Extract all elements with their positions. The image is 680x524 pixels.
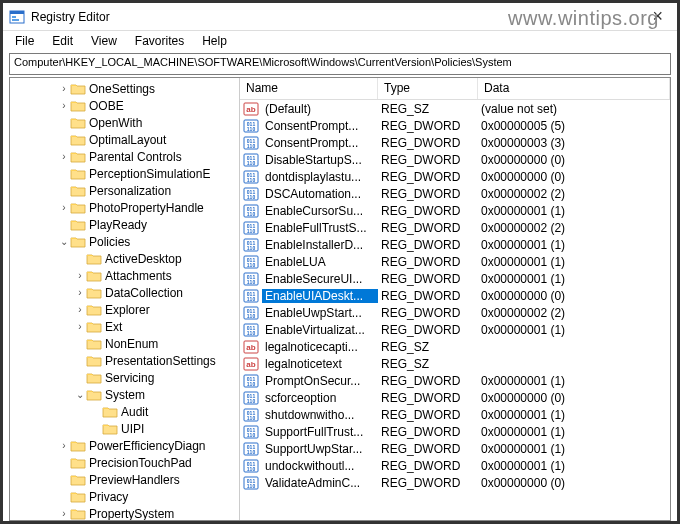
value-row[interactable]: ConsentPrompt...REG_DWORD0x00000003 (3) xyxy=(240,134,670,151)
tree-item[interactable]: NonEnum xyxy=(10,335,239,352)
close-button[interactable]: × xyxy=(644,6,671,27)
tree-item[interactable]: Audit xyxy=(10,403,239,420)
value-data: 0x00000003 (3) xyxy=(478,136,670,150)
tree-item[interactable]: ›OOBE xyxy=(10,97,239,114)
column-name[interactable]: Name xyxy=(240,78,378,99)
chevron-right-icon[interactable]: › xyxy=(58,100,70,111)
value-row[interactable]: EnableCursorSu...REG_DWORD0x00000001 (1) xyxy=(240,202,670,219)
value-row[interactable]: EnableVirtualizat...REG_DWORD0x00000001 … xyxy=(240,321,670,338)
tree-item[interactable]: PerceptionSimulationE xyxy=(10,165,239,182)
tree-item[interactable]: ⌄System xyxy=(10,386,239,403)
tree-item[interactable]: ›PowerEfficiencyDiagn xyxy=(10,437,239,454)
tree-item[interactable]: PlayReady xyxy=(10,216,239,233)
value-row[interactable]: DSCAutomation...REG_DWORD0x00000002 (2) xyxy=(240,185,670,202)
value-row[interactable]: EnableLUAREG_DWORD0x00000001 (1) xyxy=(240,253,670,270)
tree-item-label: PhotoPropertyHandle xyxy=(89,201,204,215)
tree-item[interactable]: Privacy xyxy=(10,488,239,505)
menu-view[interactable]: View xyxy=(83,32,125,50)
folder-icon xyxy=(70,82,86,96)
dword-value-icon xyxy=(243,204,259,218)
menu-favorites[interactable]: Favorites xyxy=(127,32,192,50)
value-row[interactable]: legalnoticetextREG_SZ xyxy=(240,355,670,372)
chevron-right-icon[interactable]: › xyxy=(58,83,70,94)
tree-item[interactable]: UIPI xyxy=(10,420,239,437)
value-data: 0x00000000 (0) xyxy=(478,289,670,303)
dword-value-icon xyxy=(243,476,259,490)
folder-icon xyxy=(70,201,86,215)
chevron-right-icon[interactable]: › xyxy=(74,287,86,298)
tree-item[interactable]: ›OneSettings xyxy=(10,80,239,97)
tree-item[interactable]: ›Explorer xyxy=(10,301,239,318)
value-row[interactable]: EnableSecureUI...REG_DWORD0x00000001 (1) xyxy=(240,270,670,287)
chevron-down-icon[interactable]: ⌄ xyxy=(74,389,86,400)
chevron-right-icon[interactable]: › xyxy=(58,151,70,162)
column-data[interactable]: Data xyxy=(478,78,670,99)
value-list[interactable]: Name Type Data (Default)REG_SZ(value not… xyxy=(240,78,670,520)
tree-item[interactable]: PrecisionTouchPad xyxy=(10,454,239,471)
value-row[interactable]: EnableUIADeskt...REG_DWORD0x00000000 (0) xyxy=(240,287,670,304)
value-row[interactable]: ValidateAdminC...REG_DWORD0x00000000 (0) xyxy=(240,474,670,491)
value-name: EnableSecureUI... xyxy=(262,272,378,286)
chevron-right-icon[interactable]: › xyxy=(74,304,86,315)
tree-item[interactable]: ActiveDesktop xyxy=(10,250,239,267)
value-row[interactable]: PromptOnSecur...REG_DWORD0x00000001 (1) xyxy=(240,372,670,389)
tree-item[interactable]: ›Ext xyxy=(10,318,239,335)
tree-item[interactable]: ›Parental Controls xyxy=(10,148,239,165)
value-row[interactable]: (Default)REG_SZ(value not set) xyxy=(240,100,670,117)
value-row[interactable]: scforceoptionREG_DWORD0x00000000 (0) xyxy=(240,389,670,406)
value-row[interactable]: legalnoticecapti...REG_SZ xyxy=(240,338,670,355)
column-type[interactable]: Type xyxy=(378,78,478,99)
tree-item[interactable]: PreviewHandlers xyxy=(10,471,239,488)
address-bar[interactable]: Computer\HKEY_LOCAL_MACHINE\SOFTWARE\Mic… xyxy=(9,53,671,75)
chevron-right-icon[interactable]: › xyxy=(58,202,70,213)
menu-bar: File Edit View Favorites Help xyxy=(3,31,677,51)
chevron-right-icon[interactable]: › xyxy=(74,270,86,281)
value-row[interactable]: EnableUwpStart...REG_DWORD0x00000002 (2) xyxy=(240,304,670,321)
tree-item[interactable]: OpenWith xyxy=(10,114,239,131)
folder-icon xyxy=(86,337,102,351)
chevron-right-icon[interactable]: › xyxy=(74,321,86,332)
value-row[interactable]: SupportFullTrust...REG_DWORD0x00000001 (… xyxy=(240,423,670,440)
value-row[interactable]: SupportUwpStar...REG_DWORD0x00000001 (1) xyxy=(240,440,670,457)
tree-item[interactable]: Personalization xyxy=(10,182,239,199)
tree-item[interactable]: OptimalLayout xyxy=(10,131,239,148)
tree-item[interactable]: ⌄Policies xyxy=(10,233,239,250)
value-row[interactable]: ConsentPrompt...REG_DWORD0x00000005 (5) xyxy=(240,117,670,134)
chevron-right-icon[interactable]: › xyxy=(58,440,70,451)
registry-tree[interactable]: ›OneSettings›OOBEOpenWithOptimalLayout›P… xyxy=(10,78,240,520)
value-name: DisableStartupS... xyxy=(262,153,378,167)
value-row[interactable]: shutdownwitho...REG_DWORD0x00000001 (1) xyxy=(240,406,670,423)
value-data: 0x00000000 (0) xyxy=(478,391,670,405)
tree-item-label: NonEnum xyxy=(105,337,158,351)
dword-value-icon xyxy=(243,425,259,439)
menu-file[interactable]: File xyxy=(7,32,42,50)
chevron-down-icon[interactable]: ⌄ xyxy=(58,236,70,247)
value-type: REG_DWORD xyxy=(378,459,478,473)
tree-item[interactable]: ›PropertySystem xyxy=(10,505,239,520)
menu-help[interactable]: Help xyxy=(194,32,235,50)
tree-item[interactable]: PresentationSettings xyxy=(10,352,239,369)
value-row[interactable]: DisableStartupS...REG_DWORD0x00000000 (0… xyxy=(240,151,670,168)
value-row[interactable]: EnableInstallerD...REG_DWORD0x00000001 (… xyxy=(240,236,670,253)
dword-value-icon xyxy=(243,238,259,252)
value-type: REG_DWORD xyxy=(378,136,478,150)
tree-item[interactable]: ›Attachments xyxy=(10,267,239,284)
dword-value-icon xyxy=(243,306,259,320)
value-row[interactable]: dontdisplaylastu...REG_DWORD0x00000000 (… xyxy=(240,168,670,185)
value-type: REG_SZ xyxy=(378,340,478,354)
value-type: REG_DWORD xyxy=(378,170,478,184)
tree-item-label: OptimalLayout xyxy=(89,133,166,147)
value-data: 0x00000001 (1) xyxy=(478,459,670,473)
value-row[interactable]: undockwithoutl...REG_DWORD0x00000001 (1) xyxy=(240,457,670,474)
tree-item[interactable]: ›DataCollection xyxy=(10,284,239,301)
chevron-right-icon[interactable]: › xyxy=(58,508,70,519)
value-data: (value not set) xyxy=(478,102,670,116)
folder-icon xyxy=(70,490,86,504)
tree-item[interactable]: Servicing xyxy=(10,369,239,386)
menu-edit[interactable]: Edit xyxy=(44,32,81,50)
string-value-icon xyxy=(243,357,259,371)
tree-item[interactable]: ›PhotoPropertyHandle xyxy=(10,199,239,216)
value-row[interactable]: EnableFullTrustS...REG_DWORD0x00000002 (… xyxy=(240,219,670,236)
value-name: DSCAutomation... xyxy=(262,187,378,201)
value-data: 0x00000001 (1) xyxy=(478,238,670,252)
